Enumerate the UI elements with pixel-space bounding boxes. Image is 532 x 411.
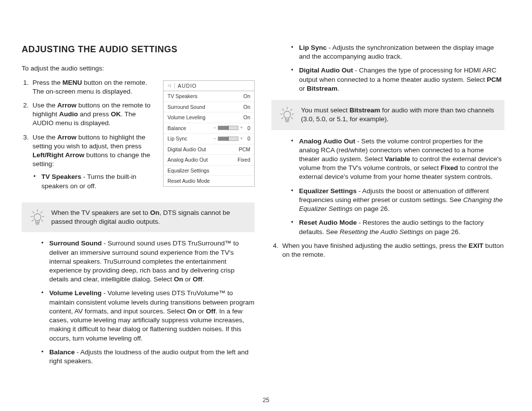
item-balance: Balance - Adjusts the loudness of the au… (40, 348, 255, 366)
step-4: When you have finished adjusting the aud… (280, 241, 504, 259)
menu-row-volumeleveling: Volume Leveling On (164, 112, 254, 123)
manual-page: ADJUSTING THE AUDIO SETTINGS To adjust t… (0, 0, 532, 370)
back-icon: ◁ (167, 83, 171, 88)
item-equalizer-settings: Equalizer Settings - Adjusts the boost o… (290, 187, 504, 214)
menu-row-analogaudioout: Analog Audio Out Fixed (164, 155, 254, 166)
item-reset-audio-mode: Reset Audio Mode - Restores the audio se… (290, 218, 504, 236)
tip-bitstream: You must select Bitstream for audio with… (271, 100, 504, 130)
section-title: ADJUSTING THE AUDIO SETTINGS (22, 43, 255, 55)
menu-row-surround: Surround Sound On (164, 102, 254, 113)
lightbulb-icon (31, 209, 44, 226)
audio-menu-title: AUDIO (178, 83, 197, 89)
lipsync-slider: −+ 0 (213, 136, 250, 141)
item-lip-sync: Lip Sync - Adjusts the synchronization b… (290, 43, 504, 61)
intro-text: To adjust the audio settings: (22, 64, 255, 73)
balance-slider: −+ 0 (213, 126, 250, 131)
menu-row-lipsync: Lip Sync −+ 0 (164, 134, 254, 144)
item-surround-sound: Surround Sound - Surround sound uses DTS… (40, 239, 255, 284)
page-number: 25 (0, 396, 532, 404)
item-tv-speakers: TV Speakers - Turns the built-in speaker… (33, 172, 255, 190)
lightbulb-icon (280, 107, 294, 124)
item-volume-leveling: Volume Leveling - Volume leveling uses D… (40, 289, 255, 342)
item-digital-audio-out: Digital Audio Out - Changes the type of … (290, 66, 504, 93)
steps-list-cont: When you have finished adjusting the aud… (271, 241, 504, 259)
menu-row-balance: Balance −+ 0 (164, 123, 254, 134)
tip-dts-passthrough: When the TV speakers are set to On, DTS … (22, 203, 255, 232)
audio-menu-header: ◁ AUDIO (164, 81, 254, 92)
menu-row-tvspeakers: TV Speakers On (164, 91, 254, 102)
audio-menu-figure: ◁ AUDIO TV Speakers On Surround Sound On… (163, 80, 255, 187)
item-analog-audio-out: Analog Audio Out - Sets the volume contr… (290, 137, 504, 182)
menu-row-digitalaudioout: Digital Audio Out PCM (164, 144, 254, 155)
